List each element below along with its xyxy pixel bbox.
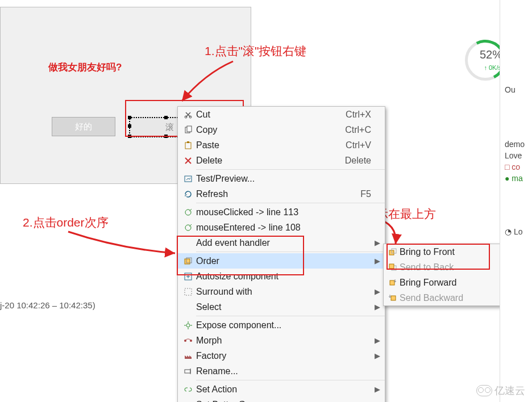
menu-label: Order [196, 256, 371, 266]
menu-label: Set ButtonGroup [196, 400, 371, 403]
menu-label: Autosize component [196, 271, 371, 282]
watermark: 亿速云 [476, 384, 525, 397]
svg-rect-12 [185, 288, 192, 295]
menu-label: Cut [196, 110, 346, 120]
menu-item-refresh[interactable]: RefreshF5 [178, 186, 385, 202]
menu-item-add-event-handler[interactable]: Add event handler▶ [178, 235, 385, 250]
menu-label: Set Action [196, 384, 371, 395]
submenu-item-bring-to-front[interactable]: Bring to Front [384, 244, 501, 259]
menu-label: Refresh [196, 189, 360, 199]
svg-rect-24 [391, 296, 396, 300]
menu-item-delete[interactable]: DeleteDelete [178, 153, 385, 168]
front-icon [386, 248, 400, 257]
paste-icon [180, 141, 196, 150]
submenu-label: Send Backward [400, 293, 496, 303]
menu-item-cut[interactable]: CutCtrl+X [178, 107, 385, 122]
rename-icon [180, 367, 196, 376]
submenu-arrow-icon: ▶ [373, 351, 380, 360]
menu-item-mouseentered-line-108[interactable]: mouseEntered -> line 108 [178, 220, 385, 235]
cpu-meter-rate: ↑ 0K/s [484, 64, 501, 71]
svg-rect-9 [185, 259, 190, 264]
menu-shortcut: Ctrl+V [346, 140, 373, 150]
order-icon [180, 257, 196, 266]
side-label: Love [505, 151, 532, 160]
submenu-label: Bring to Front [400, 247, 496, 257]
cpu-meter-value: 52% [480, 48, 502, 61]
menu-shortcut: F5 [360, 189, 373, 199]
side-panel: Ou demo Love □ co ● ma ◔ Lo [500, 0, 532, 402]
menu-item-paste[interactable]: PasteCtrl+V [178, 137, 385, 153]
menu-item-set-action[interactable]: Set Action▶ [178, 382, 385, 397]
svg-rect-3 [187, 126, 192, 132]
context-menu[interactable]: CutCtrl+XCopyCtrl+CPasteCtrl+VDeleteDele… [177, 106, 385, 402]
submenu-arrow-icon: ▶ [373, 257, 380, 265]
delete-icon [180, 156, 196, 165]
submenu-arrow-icon: ▶ [373, 336, 380, 345]
submenu-arrow-icon: ▶ [373, 303, 380, 311]
submenu-arrow-icon: ▶ [373, 287, 380, 296]
svg-rect-4 [185, 143, 191, 149]
watermark-icon [476, 385, 492, 396]
side-label: ● ma [505, 174, 532, 183]
menu-label: Paste [196, 140, 346, 150]
svg-rect-6 [185, 176, 192, 182]
menu-label: Test/Preview... [196, 174, 371, 184]
gear-icon [180, 321, 196, 330]
surround-icon [180, 287, 196, 296]
backward-icon [386, 294, 400, 303]
status-text: j-20 10:42:26 – 10:42:35) [0, 300, 95, 310]
side-label: ◔ Lo [505, 227, 532, 236]
forward-icon [386, 278, 400, 287]
factory-icon [180, 351, 196, 361]
submenu-item-send-to-back: Send to Back [384, 259, 501, 275]
submenu-item-bring-forward[interactable]: Bring Forward [384, 275, 501, 290]
menu-item-order[interactable]: Order▶ [178, 253, 385, 269]
order-submenu[interactable]: Bring to FrontSend to BackBring ForwardS… [383, 244, 501, 306]
menu-label: Delete [196, 156, 345, 166]
menu-label: Expose component... [196, 320, 371, 330]
prompt-label: 做我女朋友好吗? [48, 61, 122, 74]
svg-point-13 [186, 324, 190, 327]
menu-item-surround-with[interactable]: Surround with▶ [178, 284, 385, 299]
menu-label: mouseEntered -> line 108 [196, 223, 371, 233]
event-icon [180, 208, 196, 217]
svg-rect-16 [185, 370, 190, 373]
menu-shortcut: Ctrl+C [345, 125, 373, 135]
menu-label: Factory [196, 351, 371, 361]
autosize-icon [180, 272, 196, 281]
svg-rect-5 [187, 141, 189, 143]
side-label: demo [505, 140, 532, 149]
submenu-label: Bring Forward [400, 278, 496, 288]
back-icon [386, 263, 400, 272]
annotation-step2: 2.点击order次序 [23, 215, 109, 231]
group-icon [180, 400, 196, 403]
submenu-item-send-backward: Send Backward [384, 290, 501, 305]
submenu-arrow-icon: ▶ [373, 238, 380, 247]
menu-item-mouseclicked-line-113[interactable]: mouseClicked -> line 113 [178, 204, 385, 220]
event-icon [180, 223, 196, 232]
menu-item-set-buttongroup[interactable]: Set ButtonGroup▶ [178, 397, 385, 402]
submenu-arrow-icon: ▶ [373, 385, 380, 393]
cut-icon [180, 110, 196, 119]
copy-icon [180, 125, 196, 135]
side-label: Ou [505, 85, 532, 94]
menu-shortcut: Delete [345, 156, 373, 166]
ok-button[interactable]: 好的 [52, 117, 115, 136]
preview-icon [180, 174, 196, 183]
menu-item-autosize-component[interactable]: Autosize component [178, 269, 385, 284]
link-icon [180, 385, 196, 394]
menu-item-rename-[interactable]: Rename... [178, 363, 385, 379]
morph-icon [180, 336, 196, 345]
side-label: □ co [505, 162, 532, 171]
menu-label: Select [196, 302, 371, 312]
refresh-icon [180, 190, 196, 199]
menu-item-test-preview-[interactable]: Test/Preview... [178, 171, 385, 186]
menu-item-select[interactable]: Select▶ [178, 299, 385, 315]
annotation-step1: 1.点击"滚"按钮右键 [205, 43, 306, 59]
menu-item-morph[interactable]: Morph▶ [178, 333, 385, 348]
svg-rect-22 [389, 264, 394, 269]
menu-item-copy[interactable]: CopyCtrl+C [178, 122, 385, 137]
menu-item-expose-component-[interactable]: Expose component... [178, 317, 385, 333]
menu-item-factory[interactable]: Factory▶ [178, 348, 385, 363]
menu-label: Add event handler [196, 238, 371, 248]
